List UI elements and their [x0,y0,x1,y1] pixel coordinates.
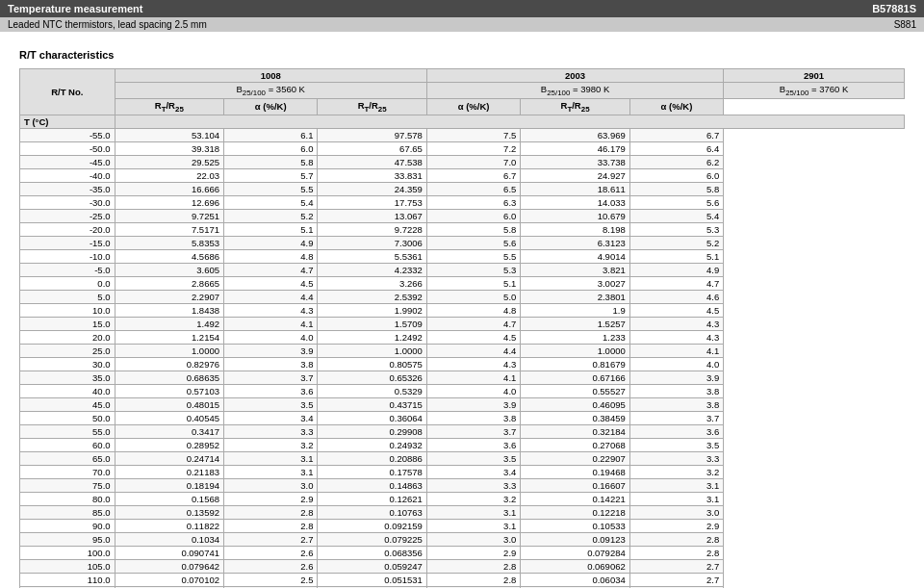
table-cell: 2.8665 [115,276,223,290]
table-cell: 3.4 [426,465,520,478]
table-cell: 0.27068 [521,438,629,451]
table-cell: 1.9902 [318,303,426,317]
table-cell: 3.8 [629,384,723,397]
table-cell: 33.738 [521,155,629,168]
table-cell: 0.46095 [521,397,629,411]
table-cell: 0.09123 [521,532,629,546]
table-row: 75.00.181943.00.148633.30.166073.1 [20,478,905,492]
table-cell: 1.9 [521,303,629,317]
table-cell: 3.2 [629,465,723,478]
table-row: 25.01.00003.91.00004.41.00004.1 [20,344,905,357]
table-cell: 3.9 [629,371,723,384]
sub-header: Leaded NTC thermistors, lead spacing 2.5… [0,17,924,32]
col-spacer [115,115,904,128]
table-cell: -30.0 [20,195,116,209]
header-title: Temperature measurement [8,3,142,14]
table-cell: 90.0 [20,519,116,532]
table-cell: -35.0 [20,182,116,195]
table-cell: 10.679 [521,209,629,222]
header-row-2: B25/100 = 3560 K B25/100 = 3980 K B25/10… [20,83,905,99]
table-row: 65.00.247143.10.208863.50.229073.3 [20,451,905,465]
table-cell: 3.3 [426,478,520,492]
table-cell: 5.8 [224,155,318,168]
table-cell: 22.03 [115,168,223,182]
table-cell: 15.0 [20,317,116,330]
table-cell: 0.12218 [521,505,629,519]
table-cell: 3.0 [426,532,520,546]
table-cell: 3.8 [629,397,723,411]
table-cell: 3.5 [629,438,723,451]
table-cell: 2.6 [224,546,318,559]
table-cell: 16.666 [115,182,223,195]
col-alpha-2901: α (%/K) [629,98,723,115]
table-cell: 4.4 [426,344,520,357]
table-cell: 1.8438 [115,303,223,317]
table-cell: 2.2907 [115,290,223,303]
table-cell: 3.7 [224,371,318,384]
table-cell: 0.13592 [115,505,223,519]
table-cell: 63.969 [521,128,629,141]
table-cell: 85.0 [20,505,116,519]
table-cell: 105.0 [20,559,116,573]
table-cell: 5.7 [224,168,318,182]
table-cell: 0.65326 [318,371,426,384]
table-cell: 2.3801 [521,290,629,303]
table-cell: 5.8353 [115,236,223,249]
table-cell: 0.079284 [521,546,629,559]
table-cell: 6.0 [224,141,318,155]
table-cell: 4.9014 [521,249,629,263]
table-cell: 0.070102 [115,573,223,586]
table-cell: 5.8 [629,182,723,195]
table-cell: 2.6 [224,559,318,573]
table-cell: 0.28952 [115,438,223,451]
table-row: 5.02.29074.42.53925.02.38014.6 [20,290,905,303]
table-cell: 2.8 [224,519,318,532]
table-cell: 6.3123 [521,236,629,249]
table-cell: -50.0 [20,141,116,155]
table-cell: 5.4 [224,195,318,209]
table-cell: 2.9 [224,492,318,505]
table-cell: 3.7 [629,411,723,424]
table-cell: 55.0 [20,424,116,438]
table-cell: 0.80575 [318,357,426,371]
table-cell: 2.7 [224,532,318,546]
rt-characteristics-table: R/T No. 1008 2003 2901 B25/100 = 3560 K … [19,68,905,588]
table-cell: 0.68635 [115,371,223,384]
table-cell: 0.1034 [115,532,223,546]
table-cell: 5.2 [629,236,723,249]
b-value-2901: B25/100 = 3760 K [724,83,905,99]
table-cell: 3.1 [224,465,318,478]
b-value-1008: B25/100 = 3560 K [115,83,426,99]
table-cell: 0.11822 [115,519,223,532]
table-cell: 2.9 [426,546,520,559]
table-row: 15.01.4924.11.57094.71.52574.3 [20,317,905,330]
table-cell: 110.0 [20,573,116,586]
col-r-r25-2901: RT/R25 [521,98,629,115]
table-cell: 0.24714 [115,451,223,465]
table-cell: 3.5 [224,397,318,411]
table-cell: 3.6 [629,424,723,438]
header-part-number: B57881S [872,3,916,14]
table-row: -10.04.56864.85.53615.54.90145.1 [20,249,905,263]
table-cell: 0.068356 [318,546,426,559]
table-cell: 12.696 [115,195,223,209]
table-cell: 5.3 [629,222,723,236]
table-row: 10.01.84384.31.99024.81.94.5 [20,303,905,317]
table-cell: 25.0 [20,344,116,357]
table-row: 90.00.118222.80.0921593.10.105332.9 [20,519,905,532]
table-cell: 3.821 [521,263,629,276]
table-cell: 4.1 [426,371,520,384]
table-cell: 45.0 [20,397,116,411]
table-cell: 3.8 [224,357,318,371]
table-cell: 5.5361 [318,249,426,263]
table-cell: 24.927 [521,168,629,182]
table-cell: 5.5 [426,249,520,263]
table-cell: 3.6 [224,384,318,397]
table-cell: 0.55527 [521,384,629,397]
table-cell: 0.22907 [521,451,629,465]
table-cell: 0.67166 [521,371,629,384]
table-cell: 4.5686 [115,249,223,263]
table-cell: -10.0 [20,249,116,263]
table-cell: 46.179 [521,141,629,155]
table-row: 95.00.10342.70.0792253.00.091232.8 [20,532,905,546]
